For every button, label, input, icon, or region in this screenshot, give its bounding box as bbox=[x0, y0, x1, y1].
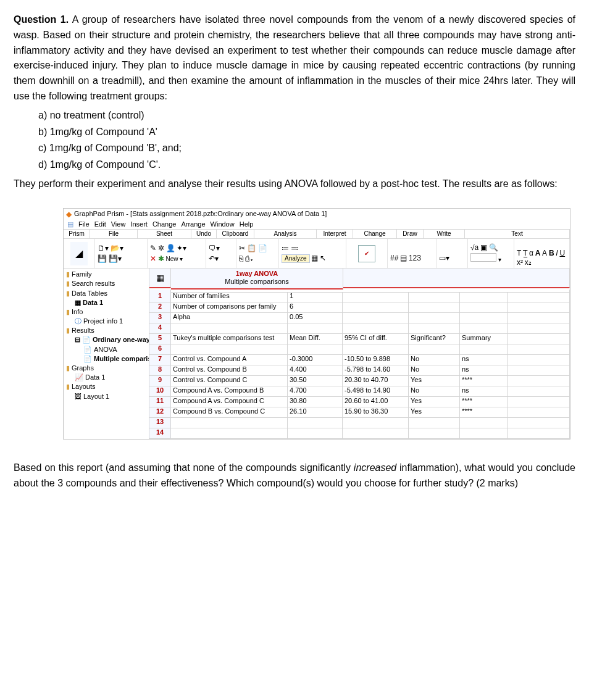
cell[interactable]: Tukey's multiple comparisons test bbox=[171, 334, 288, 344]
font-select[interactable] bbox=[470, 253, 496, 262]
cell[interactable] bbox=[508, 407, 570, 418]
sidebar-layout1[interactable]: 🖼Layout 1 bbox=[64, 392, 149, 401]
cell[interactable]: **** bbox=[460, 407, 508, 418]
cell[interactable]: -0.3000 bbox=[288, 355, 343, 365]
cell[interactable] bbox=[460, 323, 508, 334]
cell[interactable]: Compound B vs. Compound C bbox=[171, 407, 288, 418]
sidebar-data1[interactable]: ▦Data 1 bbox=[64, 298, 149, 307]
fx-left-icon[interactable]: ≔ bbox=[282, 244, 289, 252]
clone2-icon[interactable]: ⎙▾ bbox=[245, 254, 254, 263]
menu-edit[interactable]: Edit bbox=[94, 220, 106, 228]
sidebar-anova[interactable]: 📄ANOVA bbox=[64, 345, 149, 354]
row-number[interactable]: 13 bbox=[149, 418, 171, 428]
close-sheet-icon[interactable]: ✕ bbox=[150, 254, 156, 263]
cell[interactable] bbox=[508, 376, 570, 386]
analyze-button[interactable]: Analyze bbox=[282, 254, 310, 263]
sidebar-search[interactable]: ▮Search results bbox=[64, 279, 149, 288]
cursor-icon[interactable]: ↖ bbox=[320, 254, 326, 262]
row-number[interactable]: 2 bbox=[149, 302, 171, 313]
cell[interactable]: No bbox=[409, 355, 460, 365]
cell[interactable]: 0.05 bbox=[288, 313, 343, 323]
row-number[interactable]: 12 bbox=[149, 407, 171, 418]
cell[interactable] bbox=[343, 418, 409, 428]
cell[interactable]: Yes bbox=[409, 376, 460, 386]
gear-icon[interactable]: ✲ bbox=[158, 244, 164, 252]
sidebar-multiple-comparisons[interactable]: 📄Multiple comparisons bbox=[64, 354, 149, 364]
cell[interactable] bbox=[460, 344, 508, 355]
menu-change[interactable]: Change bbox=[152, 220, 177, 228]
cell[interactable] bbox=[171, 428, 288, 439]
pencil-icon[interactable]: ✎ bbox=[150, 244, 156, 252]
sidebar-graphs[interactable]: ▮Graphs bbox=[64, 364, 149, 373]
bigA-icon[interactable]: A bbox=[535, 249, 541, 257]
notepad-icon[interactable]: ▣ bbox=[480, 243, 487, 252]
cell[interactable] bbox=[508, 355, 570, 365]
zoom-icon[interactable]: 🔍 bbox=[489, 243, 498, 252]
cell[interactable] bbox=[171, 418, 288, 428]
font-dropdown-icon[interactable]: ▾ bbox=[498, 256, 501, 263]
cell[interactable]: 4.700 bbox=[288, 386, 343, 397]
cell[interactable]: 30.50 bbox=[288, 376, 343, 386]
cell[interactable]: Summary bbox=[460, 334, 508, 344]
cell[interactable]: Control vs. Compound A bbox=[171, 355, 288, 365]
user-icon[interactable]: 👤 bbox=[166, 244, 175, 252]
cell[interactable] bbox=[460, 313, 508, 323]
underline-icon[interactable]: U bbox=[559, 249, 565, 257]
sidebar-graph-data1[interactable]: 📈Data 1 bbox=[64, 373, 149, 382]
textedit-icon[interactable]: T̲ bbox=[523, 249, 527, 257]
cell[interactable] bbox=[508, 397, 570, 407]
cell[interactable] bbox=[343, 323, 409, 334]
cell[interactable]: ns bbox=[460, 386, 508, 397]
cell[interactable]: No bbox=[409, 386, 460, 397]
cell[interactable] bbox=[171, 344, 288, 355]
cell[interactable]: 1 bbox=[288, 292, 343, 302]
cell[interactable] bbox=[409, 313, 460, 323]
cell[interactable]: 15.90 to 36.30 bbox=[343, 407, 409, 418]
cell[interactable]: Control vs. Compound B bbox=[171, 365, 288, 376]
cell[interactable] bbox=[508, 313, 570, 323]
cell[interactable]: 20.60 to 41.00 bbox=[343, 397, 409, 407]
row-number[interactable]: 8 bbox=[149, 365, 171, 376]
cell[interactable]: Control vs. Compound C bbox=[171, 376, 288, 386]
menu-insert[interactable]: Insert bbox=[130, 220, 148, 228]
cell[interactable] bbox=[508, 323, 570, 334]
cell[interactable]: No bbox=[409, 365, 460, 376]
cell[interactable] bbox=[508, 365, 570, 376]
cell[interactable]: -10.50 to 9.898 bbox=[343, 355, 409, 365]
cell[interactable] bbox=[409, 302, 460, 313]
cell[interactable]: Significant? bbox=[409, 334, 460, 344]
cell[interactable]: 6 bbox=[288, 302, 343, 313]
save-as-icon[interactable]: 💾▾ bbox=[109, 254, 122, 263]
cell[interactable] bbox=[343, 302, 409, 313]
cell[interactable]: **** bbox=[460, 376, 508, 386]
row-number[interactable]: 3 bbox=[149, 313, 171, 323]
wand-icon[interactable]: ✦▾ bbox=[177, 244, 186, 252]
new-sheet-icon[interactable]: ✱ bbox=[158, 254, 164, 263]
cell[interactable] bbox=[288, 428, 343, 439]
menu-arrange[interactable]: Arrange bbox=[181, 220, 205, 228]
sidebar-datatables[interactable]: ▮Data Tables bbox=[64, 289, 149, 298]
undo-icon[interactable]: ↶▾ bbox=[209, 254, 219, 263]
italic-icon[interactable]: I bbox=[556, 249, 558, 257]
new-sheet-button[interactable]: New ▾ bbox=[166, 256, 183, 262]
open-file-icon[interactable]: 📂▾ bbox=[111, 244, 123, 252]
row-number[interactable]: 11 bbox=[149, 397, 171, 407]
copy-icon[interactable]: 📋 bbox=[247, 244, 256, 252]
save-icon[interactable]: 💾 bbox=[98, 254, 107, 263]
cell[interactable]: Compound A vs. Compound C bbox=[171, 397, 288, 407]
sqrt-icon[interactable]: √a bbox=[470, 243, 478, 252]
cell[interactable] bbox=[508, 428, 570, 439]
cell[interactable] bbox=[409, 428, 460, 439]
cell[interactable]: 30.80 bbox=[288, 397, 343, 407]
cell[interactable]: 4.400 bbox=[288, 365, 343, 376]
cell[interactable]: Yes bbox=[409, 397, 460, 407]
cell[interactable] bbox=[508, 386, 570, 397]
cell[interactable]: 95% CI of diff. bbox=[343, 334, 409, 344]
row-number[interactable]: 4 bbox=[149, 323, 171, 334]
row-number[interactable]: 14 bbox=[149, 428, 171, 439]
cell[interactable] bbox=[343, 292, 409, 302]
paste-icon[interactable]: 📄 bbox=[258, 244, 267, 252]
interpret-check-icon[interactable]: ✔ bbox=[358, 245, 375, 262]
sidebar-project-info[interactable]: ⓘProject info 1 bbox=[64, 317, 149, 326]
num-123-icon[interactable]: 123 bbox=[409, 254, 421, 262]
